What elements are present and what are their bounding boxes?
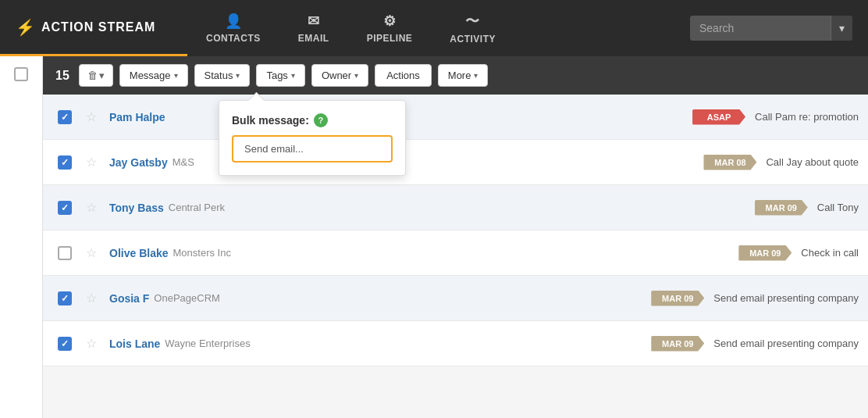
contact-name-1[interactable]: Pam Halpe [109,111,165,123]
star-icon-4[interactable]: ☆ [86,245,103,260]
message-button[interactable]: Message ▾ [119,64,188,87]
tags-caret: ▾ [291,71,295,80]
content-area: 15 🗑 ▾ Message ▾ Status ▾ Tags ▾ Owner ▾ [43,56,868,418]
activity-icon: 〜 [465,12,480,30]
checkbox-5[interactable] [58,291,72,305]
checkbox-3[interactable] [58,201,72,215]
status-caret: ▾ [236,71,240,80]
search-box: ▾ [690,16,852,41]
email-icon: ✉ [308,13,320,30]
message-dropdown-popup: Bulk message: ? Send email... [219,100,406,176]
search-input[interactable] [690,16,831,41]
star-icon-5[interactable]: ☆ [86,291,103,305]
date-badge-5: MAR 09 [651,291,704,306]
status-button[interactable]: Status ▾ [194,64,251,87]
nav-item-pipeline[interactable]: ⚙ PIPELINE [348,0,432,56]
contact-company-5: OnePageCRM [154,292,220,304]
contact-info-3: Tony Bass Central Perk [109,202,755,214]
row-checkbox-2[interactable] [43,155,86,170]
main-layout: 15 🗑 ▾ Message ▾ Status ▾ Tags ▾ Owner ▾ [0,56,868,418]
send-email-button[interactable]: Send email... [232,135,393,163]
navbar: ⚡ ACTION STREAM 👤 CONTACTS ✉ EMAIL ⚙ PIP… [0,0,868,56]
contact-company-3: Central Perk [169,202,225,213]
contact-info-5: Gosia F OnePageCRM [109,292,651,305]
contact-name-2[interactable]: Jay Gatsby [109,156,168,169]
contacts-icon: 👤 [225,13,243,30]
date-badge-2: MAR 08 [703,155,756,170]
row-checkbox-5[interactable] [43,291,86,305]
row-checkbox-4[interactable] [43,246,86,260]
contact-name-5[interactable]: Gosia F [109,292,149,305]
checkbox-4[interactable] [58,246,72,260]
delete-button[interactable]: 🗑 ▾ [79,64,113,87]
contact-row: ☆ Lois Lane Wayne Enterprises MAR 09 Sen… [43,321,868,366]
tags-button[interactable]: Tags ▾ [256,64,304,87]
contact-company-2: M&S [173,156,194,168]
star-icon-1[interactable]: ☆ [86,109,103,124]
tags-label: Tags [266,70,287,81]
star-icon-3[interactable]: ☆ [86,200,103,215]
task-desc-4: Check in call [801,247,859,259]
star-icon-6[interactable]: ☆ [86,336,103,351]
nav-item-contacts[interactable]: 👤 CONTACTS [187,0,279,56]
search-area: ▾ [690,16,852,41]
help-icon[interactable]: ? [314,113,328,127]
contact-info-2: Jay Gatsby M&S [109,156,703,169]
owner-button[interactable]: Owner ▾ [311,64,368,87]
date-badge-6: MAR 09 [651,336,704,352]
contact-info-4: Olive Blake Monsters Inc [109,247,738,259]
delete-caret: ▾ [99,70,105,81]
pipeline-icon: ⚙ [383,13,397,30]
message-label: Message [130,70,171,81]
nav-item-email[interactable]: ✉ EMAIL [279,0,348,56]
actions-label: Actions [386,70,420,81]
task-desc-1: Call Pam re: promotion [755,111,859,123]
brand[interactable]: ⚡ ACTION STREAM [0,0,187,56]
send-email-label: Send email... [244,143,304,155]
nav-label-contacts: CONTACTS [206,33,261,44]
checkbox-1[interactable] [58,110,72,124]
contact-name-3[interactable]: Tony Bass [109,202,164,214]
task-desc-3: Call Tony [817,202,859,213]
contact-row: ☆ Olive Blake Monsters Inc MAR 09 Check … [43,230,868,276]
task-desc-6: Send email presenting company [713,338,859,349]
row-checkbox-6[interactable] [43,337,86,351]
contact-name-4[interactable]: Olive Blake [109,247,169,259]
contact-name-6[interactable]: Lois Lane [109,338,160,350]
more-button[interactable]: More ▾ [438,64,489,87]
brand-text: ACTION STREAM [41,20,155,34]
more-caret: ▾ [474,71,478,80]
row-checkbox-1[interactable] [43,110,86,124]
brand-icon: ⚡ [16,18,35,37]
message-caret: ▾ [174,71,178,80]
nav-item-activity[interactable]: 〜 ACTIVITY [431,0,514,56]
date-badge-1: ASAP [692,109,745,125]
contact-row: ☆ Gosia F OnePageCRM MAR 09 Send email p… [43,276,868,321]
contact-row: ☆ Jay Gatsby M&S MAR 08 Call Jay about q… [43,140,868,185]
task-desc-5: Send email presenting company [713,292,859,304]
contact-company-4: Monsters Inc [173,247,231,259]
search-dropdown-btn[interactable]: ▾ [831,16,852,41]
actions-button[interactable]: Actions [375,64,432,87]
nav-label-email: EMAIL [298,33,329,44]
contact-info-6: Lois Lane Wayne Enterprises [109,338,651,350]
trash-icon: 🗑 [87,70,98,81]
owner-caret: ▾ [354,71,358,80]
left-panel [0,56,43,418]
status-label: Status [205,70,233,81]
date-badge-3: MAR 09 [755,200,808,216]
checkbox-6[interactable] [58,337,72,351]
selected-count: 15 [55,69,69,83]
contact-row: ☆ Pam Halpe ASAP Call Pam re: promotion [43,95,868,140]
master-checkbox[interactable] [14,67,28,81]
checkbox-2[interactable] [58,155,72,170]
nav-links: 👤 CONTACTS ✉ EMAIL ⚙ PIPELINE 〜 ACTIVITY… [187,0,868,56]
nav-label-activity: ACTIVITY [450,34,496,45]
row-checkbox-3[interactable] [43,201,86,215]
contact-company-6: Wayne Enterprises [165,338,250,349]
nav-label-pipeline: PIPELINE [367,33,413,44]
toolbar: 15 🗑 ▾ Message ▾ Status ▾ Tags ▾ Owner ▾ [43,56,868,95]
bulk-message-label: Bulk message: ? [232,113,393,127]
star-icon-2[interactable]: ☆ [86,155,103,170]
contacts-list: ☆ Pam Halpe ASAP Call Pam re: promotion … [43,95,868,366]
